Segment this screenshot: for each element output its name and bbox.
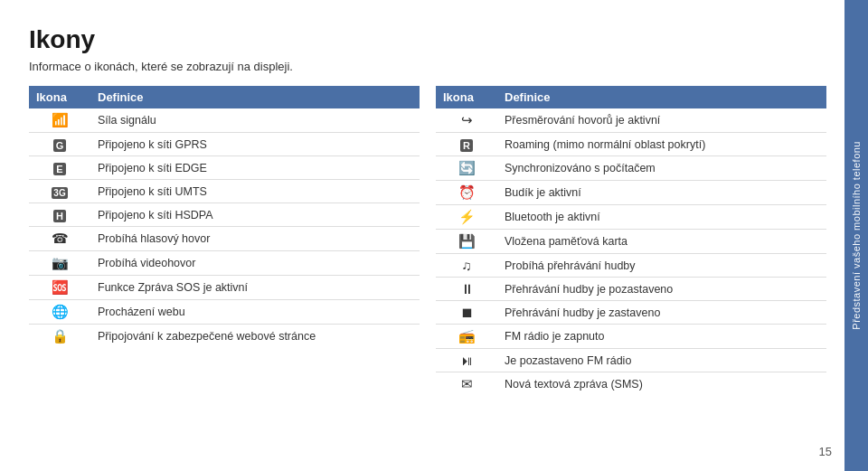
table-row: GPřipojeno k síti GPRS <box>29 133 420 156</box>
definition-text: Vložena paměťová karta <box>497 230 826 254</box>
icon-cell: ☎ <box>29 227 90 251</box>
table-row: ♫Probíhá přehrávání hudby <box>436 254 826 278</box>
table-row: 🌐Procházení webu <box>29 300 420 325</box>
icon-cell: 3G <box>29 180 90 203</box>
icon-sym: ⏹ <box>460 305 474 320</box>
icon-cell: G <box>29 133 90 156</box>
icon-sym: 📶 <box>52 112 69 127</box>
icon-cell: ⚡ <box>436 205 497 230</box>
icon-sym: ↪ <box>461 112 473 127</box>
icon-cell: 🆘 <box>29 276 90 300</box>
definition-text: Bluetooth je aktivní <box>497 205 826 230</box>
side-tab: Představení vašeho mobilního telefonu <box>844 0 868 471</box>
table-row: ⏯Je pozastaveno FM rádio <box>436 349 826 372</box>
icon-sym: R <box>460 137 473 152</box>
definition-text: Je pozastaveno FM rádio <box>497 349 826 372</box>
subtitle: Informace o ikonách, které se zobrazují … <box>29 60 826 73</box>
icon-sym: ♫ <box>461 258 471 273</box>
table-row: ⏹Přehrávání hudby je zastaveno <box>436 301 826 325</box>
definition-text: Připojeno k síti EDGE <box>90 156 420 180</box>
right-col-icon-header: Ikona <box>436 86 497 108</box>
definition-text: Probíhá přehrávání hudby <box>497 254 826 278</box>
definition-text: Přehrávání hudby je zastaveno <box>497 301 826 325</box>
icon-sym: 🌐 <box>52 304 69 319</box>
right-table-section: Ikona Definice ↪Přesměrování hovorů je a… <box>436 86 826 453</box>
icon-sym: ⏯ <box>460 353 474 368</box>
table-row: 🆘Funkce Zpráva SOS je aktivní <box>29 276 420 300</box>
main-content: Ikony Informace o ikonách, které se zobr… <box>0 0 844 471</box>
icon-cell: ⏸ <box>436 278 497 301</box>
definition-text: Funkce Zpráva SOS je aktivní <box>90 276 420 300</box>
icon-cell: 📻 <box>436 325 497 349</box>
icon-cell: ♫ <box>436 254 497 278</box>
icon-cell: 📶 <box>29 108 90 133</box>
icon-sym: 📻 <box>458 328 476 344</box>
definition-text: Přesměrování hovorů je aktivní <box>497 108 826 133</box>
icon-cell: 🌐 <box>29 300 90 325</box>
page-number: 15 <box>819 445 832 458</box>
table-row: RRoaming (mimo normální oblast pokrytí) <box>436 133 826 156</box>
icon-sym: ⏰ <box>458 184 476 200</box>
icon-sym: 📷 <box>52 255 69 270</box>
definition-text: Procházení webu <box>90 300 420 325</box>
left-col-icon-header: Ikona <box>29 86 90 108</box>
left-table-section: Ikona Definice 📶Síla signáluGPřipojeno k… <box>29 86 420 453</box>
icon-sym: H <box>53 207 66 222</box>
side-tab-text: Představení vašeho mobilního telefonu <box>851 141 862 330</box>
definition-text: Probíhá hlasový hovor <box>90 227 420 251</box>
right-table: Ikona Definice ↪Přesměrování hovorů je a… <box>436 86 826 396</box>
icon-cell: R <box>436 133 497 156</box>
icon-cell: ⏹ <box>436 301 497 325</box>
definition-text: Roaming (mimo normální oblast pokrytí) <box>497 133 826 156</box>
definition-text: Synchronizováno s počítačem <box>497 156 826 181</box>
icon-sym: 3G <box>52 184 67 199</box>
definition-text: Připojeno k síti UMTS <box>90 180 420 203</box>
icon-cell: ⏯ <box>436 349 497 372</box>
icon-sym: 💾 <box>458 233 476 249</box>
table-row: ☎Probíhá hlasový hovor <box>29 227 420 251</box>
icon-sym: 🔒 <box>52 328 69 344</box>
table-row: 🔒Připojování k zabezpečené webové stránc… <box>29 325 420 349</box>
table-row: 📶Síla signálu <box>29 108 420 133</box>
definition-text: Nová textová zpráva (SMS) <box>497 372 826 397</box>
table-row: ↪Přesměrování hovorů je aktivní <box>436 108 826 133</box>
icon-sym: G <box>53 137 67 152</box>
icon-sym: ⚡ <box>458 209 476 224</box>
definition-text: FM rádio je zapnuto <box>497 325 826 349</box>
page: Ikony Informace o ikonách, které se zobr… <box>0 0 868 471</box>
table-row: 💾Vložena paměťová karta <box>436 230 826 254</box>
icon-cell: ✉ <box>436 372 497 397</box>
icon-cell: ↪ <box>436 108 497 133</box>
icon-sym: 🆘 <box>52 279 69 295</box>
table-row: 📻FM rádio je zapnuto <box>436 325 826 349</box>
icon-cell: ⏰ <box>436 181 497 205</box>
page-title: Ikony <box>29 25 826 54</box>
definition-text: Probíhá videohovor <box>90 251 420 276</box>
icon-sym: ☎ <box>52 231 69 246</box>
table-row: 3GPřipojeno k síti UMTS <box>29 180 420 203</box>
icon-cell: 🔒 <box>29 325 90 349</box>
left-col-def-header: Definice <box>90 86 420 108</box>
definition-text: Připojeno k síti HSDPA <box>90 203 420 227</box>
table-row: HPřipojeno k síti HSDPA <box>29 203 420 227</box>
icon-cell: 💾 <box>436 230 497 254</box>
table-row: ⏸Přehrávání hudby je pozastaveno <box>436 278 826 301</box>
table-row: 🔄Synchronizováno s počítačem <box>436 156 826 181</box>
table-row: ⏰Budík je aktivní <box>436 181 826 205</box>
tables-row: Ikona Definice 📶Síla signáluGPřipojeno k… <box>29 86 826 453</box>
icon-sym: ✉ <box>461 376 473 391</box>
definition-text: Připojeno k síti GPRS <box>90 133 420 156</box>
table-row: EPřipojeno k síti EDGE <box>29 156 420 180</box>
right-col-def-header: Definice <box>497 86 826 108</box>
icon-cell: 📷 <box>29 251 90 276</box>
icon-cell: 🔄 <box>436 156 497 181</box>
icon-sym: ⏸ <box>460 281 474 297</box>
icon-cell: E <box>29 156 90 180</box>
definition-text: Síla signálu <box>90 108 420 133</box>
table-row: ✉Nová textová zpráva (SMS) <box>436 372 826 397</box>
definition-text: Přehrávání hudby je pozastaveno <box>497 278 826 301</box>
table-row: 📷Probíhá videohovor <box>29 251 420 276</box>
definition-text: Připojování k zabezpečené webové stránce <box>90 325 420 349</box>
icon-cell: H <box>29 203 90 227</box>
icon-sym: 🔄 <box>458 160 476 175</box>
